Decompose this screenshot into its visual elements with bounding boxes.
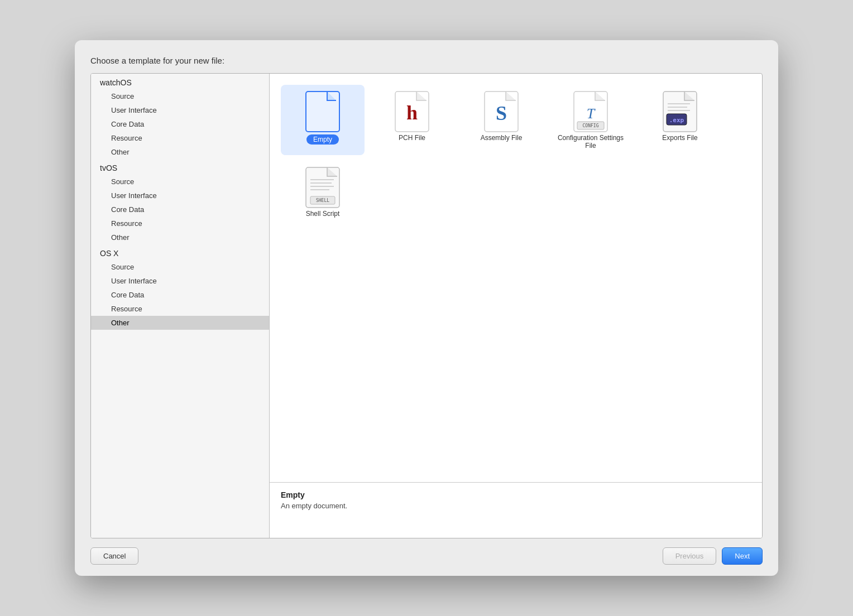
shell-label: Shell Script [306, 210, 340, 218]
svg-text:CONFIG: CONFIG [583, 123, 599, 128]
dialog: Choose a template for your new file: wat… [75, 40, 778, 576]
assembly-file-icon: S [483, 90, 519, 133]
exports-file-icon: .exp [662, 90, 698, 133]
sidebar-item-osx-other[interactable]: Other [91, 316, 269, 330]
assembly-label: Assembly File [481, 134, 523, 142]
description-text: An empty document. [281, 502, 751, 510]
sidebar-item-tvos-coredata[interactable]: Core Data [91, 203, 269, 216]
template-item-empty[interactable]: Empty [281, 85, 365, 155]
main-area: Empty h PCH File S [270, 74, 762, 538]
exports-label: Exports File [662, 134, 697, 142]
sidebar-group-watchos[interactable]: watchOS [91, 74, 269, 89]
config-label: Configuration Settings File [553, 134, 628, 150]
sidebar-item-tvos-other[interactable]: Other [91, 230, 269, 244]
sidebar-item-osx-ui[interactable]: User Interface [91, 274, 269, 288]
template-grid: Empty h PCH File S [270, 74, 762, 482]
sidebar-item-watchos-coredata[interactable]: Core Data [91, 117, 269, 131]
description-panel: Empty An empty document. [270, 482, 762, 538]
config-file-icon: CONFIG T [573, 90, 608, 133]
sidebar-item-osx-resource[interactable]: Resource [91, 302, 269, 316]
svg-text:SHELL: SHELL [316, 198, 329, 203]
description-title: Empty [281, 490, 751, 499]
template-item-shell[interactable]: SHELL Shell Script [281, 161, 365, 223]
sidebar: watchOS Source User Interface Core Data … [91, 74, 270, 538]
sidebar-item-tvos-source[interactable]: Source [91, 175, 269, 189]
previous-button[interactable]: Previous [663, 547, 717, 565]
sidebar-item-watchos-source[interactable]: Source [91, 89, 269, 103]
sidebar-item-osx-source[interactable]: Source [91, 260, 269, 274]
shell-file-icon: SHELL [305, 166, 341, 209]
template-item-config[interactable]: CONFIG T Configuration Settings File [549, 85, 632, 155]
pch-file-icon: h [394, 90, 430, 133]
empty-badge: Empty [306, 134, 339, 145]
empty-file-icon [305, 90, 341, 133]
sidebar-group-osx[interactable]: OS X [91, 244, 269, 260]
template-item-assembly[interactable]: S Assembly File [459, 85, 543, 155]
sidebar-item-osx-coredata[interactable]: Core Data [91, 288, 269, 302]
svg-text:h: h [406, 102, 418, 124]
sidebar-item-tvos-resource[interactable]: Resource [91, 216, 269, 230]
footer-right: Previous Next [663, 547, 763, 565]
dialog-body: watchOS Source User Interface Core Data … [90, 73, 763, 538]
svg-text:S: S [496, 102, 507, 124]
template-item-exports[interactable]: .exp Exports File [638, 85, 722, 155]
sidebar-item-watchos-resource[interactable]: Resource [91, 131, 269, 145]
sidebar-item-watchos-ui[interactable]: User Interface [91, 103, 269, 117]
dialog-title: Choose a template for your new file: [90, 56, 763, 65]
next-button[interactable]: Next [722, 547, 763, 565]
sidebar-group-tvos[interactable]: tvOS [91, 159, 269, 175]
cancel-button[interactable]: Cancel [90, 547, 138, 565]
template-item-pch[interactable]: h PCH File [370, 85, 454, 155]
sidebar-item-tvos-ui[interactable]: User Interface [91, 189, 269, 203]
svg-rect-0 [306, 92, 339, 132]
sidebar-item-watchos-other[interactable]: Other [91, 145, 269, 159]
svg-text:.exp: .exp [669, 117, 684, 124]
dialog-footer: Cancel Previous Next [90, 547, 763, 565]
svg-rect-9 [663, 92, 697, 132]
pch-label: PCH File [399, 134, 425, 142]
svg-text:T: T [587, 105, 596, 122]
